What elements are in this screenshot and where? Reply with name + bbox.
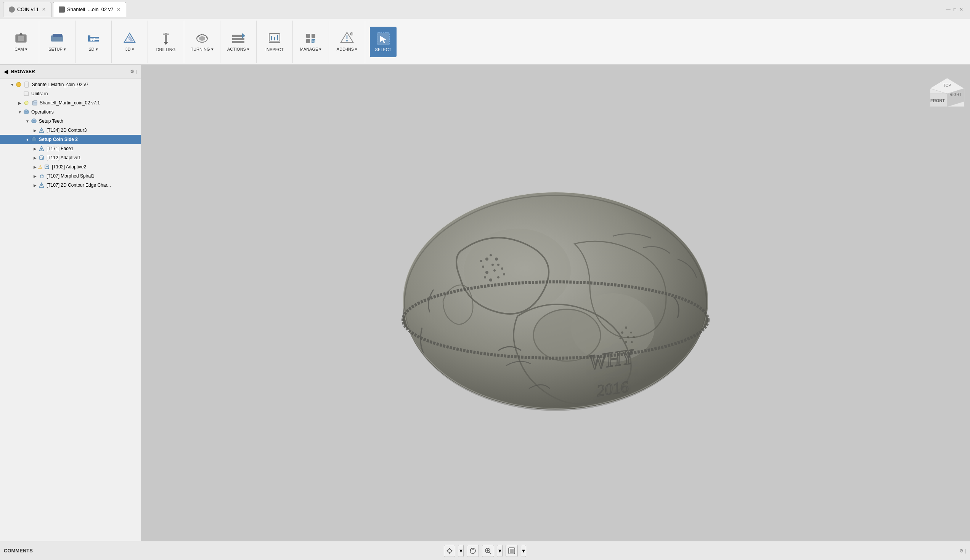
minimize-button[interactable]: — — [946, 7, 950, 12]
addins-group: ⚙ ADD-INS ▾ — [329, 20, 365, 63]
operations-icon — [23, 108, 30, 115]
tree-item-t134[interactable]: ▶ [T134] 2D Contour3 — [0, 126, 141, 135]
maximize-button[interactable]: □ — [953, 7, 956, 12]
turning-button[interactable]: TURNING ▾ — [189, 27, 216, 57]
expand-root[interactable]: ▼ — [9, 82, 15, 88]
expand-component[interactable]: ▶ — [17, 100, 23, 106]
move-dropdown-button[interactable]: ▾ — [458, 545, 464, 557]
drilling-button[interactable]: DRILLING — [152, 27, 179, 57]
expand-t102[interactable]: ▶ — [32, 164, 38, 170]
svg-rect-48 — [25, 110, 27, 111]
cam-icon — [14, 32, 28, 45]
expand-operations[interactable]: ▼ — [17, 109, 23, 115]
cam-button[interactable]: CAM ▾ — [8, 27, 34, 57]
addins-label: ADD-INS ▾ — [337, 47, 357, 52]
tab-coin[interactable]: COIN v11 ✕ — [3, 2, 52, 17]
display-mode-button[interactable] — [505, 545, 518, 557]
svg-rect-28 — [306, 34, 310, 38]
expand-t134[interactable]: ▶ — [32, 127, 38, 133]
tree-item-setup-teeth[interactable]: ▼ Setup Teeth — [0, 117, 141, 126]
display-dropdown-button[interactable]: ▾ — [521, 545, 526, 557]
coin-tab-close[interactable]: ✕ — [42, 7, 46, 12]
svg-point-77 — [501, 267, 503, 270]
close-button[interactable]: ✕ — [959, 7, 963, 12]
shantell-tab-close[interactable]: ✕ — [117, 7, 120, 12]
tree-item-t102[interactable]: ▶ ⚠ [T102] Adaptive2 — [0, 162, 141, 172]
tree-item-component[interactable]: ▶ Shantell_Martin_coin_02 v7:1 — [0, 98, 141, 107]
viewport[interactable]: WHY 2016 — [141, 65, 970, 541]
2d-label: 2D ▾ — [89, 47, 98, 52]
svg-point-83 — [625, 327, 627, 329]
bottom-tools: ▾ ▾ ▾ — [444, 545, 526, 557]
bottom-bar: COMMENTS ⚙ | ▾ ▾ ▾ — [0, 541, 970, 560]
tree-item-root[interactable]: ▼ Shantell_Martin_coin_02 v7 — [0, 80, 141, 89]
tree-item-operations[interactable]: ▼ Operations — [0, 107, 141, 117]
browser-content: ▼ Shantell_Martin_coin_02 v7 ▶ Units: in — [0, 78, 141, 541]
svg-rect-21 — [232, 41, 244, 43]
svg-rect-30 — [306, 39, 310, 43]
tree-item-t112[interactable]: ▶ [T112] Adaptive1 — [0, 153, 141, 162]
expand-t171[interactable]: ▶ — [32, 145, 38, 152]
t102-icon — [43, 163, 50, 170]
orbit-tool-button[interactable] — [467, 545, 479, 557]
select-group: SELECT — [365, 20, 401, 63]
svg-rect-112 — [510, 549, 513, 553]
turning-group: TURNING ▾ — [184, 20, 221, 63]
zoom-dropdown-button[interactable]: ▾ — [497, 545, 503, 557]
svg-point-106 — [470, 548, 475, 553]
svg-point-79 — [484, 276, 486, 278]
expand-t112[interactable]: ▶ — [32, 155, 38, 161]
tree-item-t107-contour[interactable]: ▶ [T107] 2D Contour Edge Char... — [0, 180, 141, 190]
actions-button[interactable]: ACTIONS ▾ — [225, 27, 252, 57]
svg-point-84 — [630, 332, 632, 334]
svg-rect-16 — [163, 33, 169, 35]
expand-setup-coin-side[interactable]: ▼ — [24, 137, 30, 142]
svg-point-88 — [620, 338, 622, 340]
root-label: Shantell_Martin_coin_02 v7 — [32, 82, 89, 87]
tab-shantell[interactable]: Shantell_...oin_02 v7 ✕ — [53, 2, 126, 17]
svg-rect-46 — [33, 100, 37, 102]
comments-settings-icon[interactable]: ⚙ — [959, 548, 963, 553]
svg-point-69 — [485, 258, 488, 260]
manage-button[interactable]: % MANAGE ▾ — [298, 27, 324, 57]
title-bar: COIN v11 ✕ Shantell_...oin_02 v7 ✕ — □ ✕ — [0, 0, 970, 19]
t134-label: [T134] 2D Contour3 — [47, 128, 87, 133]
svg-text:RIGHT: RIGHT — [950, 93, 961, 97]
tree-item-t107-spiral[interactable]: ▶ [T107] Morphed Spiral1 — [0, 172, 141, 180]
inspect-button[interactable]: INSPECT — [261, 27, 288, 57]
setup-teeth-icon — [30, 118, 37, 125]
svg-point-18 — [199, 36, 205, 41]
svg-rect-43 — [24, 92, 28, 96]
tree-item-setup-coin-side[interactable]: ▼ Setup Coin Side 2 — [0, 135, 141, 144]
svg-point-81 — [497, 276, 500, 278]
tree-item-t171[interactable]: ▶ [T171] Face1 — [0, 144, 141, 153]
root-file-icon — [23, 81, 30, 88]
move-tool-button[interactable] — [444, 545, 455, 557]
setup-button[interactable]: SETUP ▾ — [44, 27, 70, 57]
addins-button[interactable]: ⚙ ADD-INS ▾ — [334, 27, 360, 57]
tree-item-units[interactable]: ▶ Units: in — [0, 89, 141, 98]
3d-button[interactable]: 3D 3D ▾ — [116, 27, 143, 57]
browser-toggle[interactable]: ◀ — [4, 68, 8, 75]
actions-group: ACTIONS ▾ — [221, 20, 257, 63]
expand-t107-contour[interactable]: ▶ — [32, 182, 38, 188]
coin-svg: WHY 2016 — [384, 183, 727, 450]
t102-label: [T102] Adaptive2 — [52, 164, 86, 170]
t134-icon — [38, 127, 45, 134]
view-cube[interactable]: FRONT RIGHT TOP — [924, 72, 962, 110]
2d-button[interactable]: 2D 2D ▾ — [80, 27, 107, 57]
cam-group: CAM ▾ — [3, 20, 39, 63]
browser-settings-icon[interactable]: ⚙ — [130, 69, 134, 74]
turning-label: TURNING ▾ — [191, 47, 213, 52]
setup-teeth-label: Setup Teeth — [39, 118, 63, 124]
svg-text:2D: 2D — [90, 37, 95, 42]
svg-point-78 — [480, 260, 482, 262]
expand-t107-spiral[interactable]: ▶ — [32, 173, 38, 179]
zoom-in-button[interactable] — [482, 545, 494, 557]
inspect-icon — [268, 32, 281, 46]
browser-divider: | — [136, 69, 137, 74]
select-button[interactable]: SELECT — [370, 27, 396, 57]
turning-icon — [195, 32, 209, 45]
expand-setup-teeth[interactable]: ▼ — [24, 118, 30, 124]
root-icon — [15, 81, 22, 88]
